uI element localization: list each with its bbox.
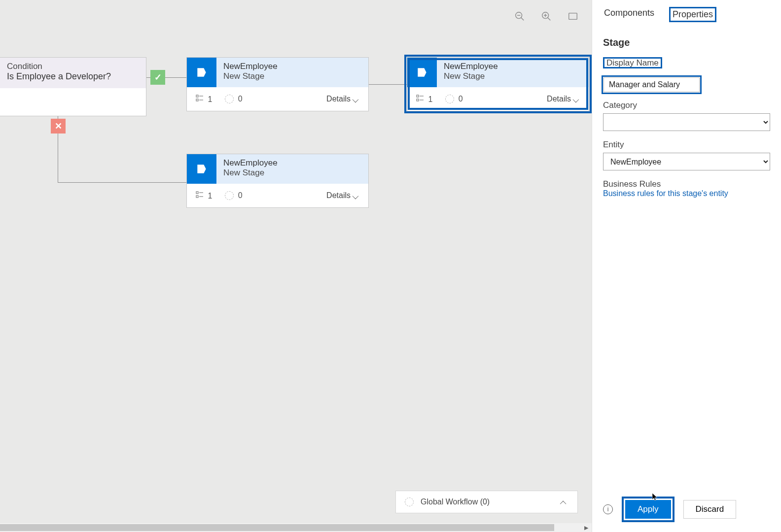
panel-tabs: Components Properties [592,0,781,26]
stage-name-label: New Stage [223,168,361,178]
condition-node[interactable]: Condition Is Employee a Developer? [0,57,146,116]
svg-rect-17 [196,196,198,198]
stage-body: 1 0 Details [187,184,368,207]
steps-count: 1 [196,191,212,200]
entity-select[interactable]: NewEmployee [603,153,770,170]
apply-button[interactable]: Apply [625,500,671,519]
stage-details-toggle[interactable]: Details [326,191,359,200]
horizontal-scrollbar[interactable]: ▶ [0,523,592,532]
section-title: Stage [603,37,770,48]
chevron-down-icon [353,192,359,199]
business-rules-link[interactable]: Business rules for this stage's entity [603,189,770,198]
stage-body: 1 0 Details [407,87,589,111]
global-workflow-label: Global Workflow (0) [421,498,490,506]
stage-entity-label: NewEmployee [223,158,361,168]
svg-rect-16 [196,192,198,194]
scrollbar-right-arrow[interactable]: ▶ [583,523,590,532]
stage-flag-icon [407,58,437,87]
stage-name-label: New Stage [444,71,582,81]
stage-entity-label: NewEmployee [444,62,582,71]
entity-label: Entity [603,140,770,150]
stage-node[interactable]: NewEmployee New Stage 1 0 Details [186,57,369,111]
tab-components[interactable]: Components [602,7,656,22]
steps-icon [196,191,204,199]
panel-footer: i Apply Discard [592,497,781,522]
apply-highlight: Apply [622,497,674,522]
stage-details-toggle[interactable]: Details [547,95,580,103]
stage-header: NewEmployee New Stage [407,58,589,87]
branch-no-icon [51,119,66,133]
stage-flag-icon [187,154,216,184]
canvas-tools [513,10,579,23]
display-name-input[interactable] [604,77,700,92]
stage-details-toggle[interactable]: Details [326,95,359,103]
category-select[interactable] [603,113,770,131]
trigger-icon [445,95,454,103]
condition-header: Condition Is Employee a Developer? [0,58,146,88]
condition-text: Is Employee a Developer? [7,71,139,82]
details-label: Details [547,95,571,103]
stage-entity-label: NewEmployee [223,62,361,71]
branch-yes-icon [150,70,165,85]
condition-type-label: Condition [7,62,139,71]
svg-rect-13 [417,99,419,101]
svg-line-1 [521,18,524,21]
svg-line-4 [548,18,551,21]
info-icon[interactable]: i [603,504,613,514]
tab-properties[interactable]: Properties [669,7,716,22]
triggers-count: 0 [225,95,242,104]
steps-count: 1 [196,94,212,104]
connector-line [369,84,408,85]
designer-canvas[interactable]: Condition Is Employee a Developer? NewEm… [0,0,592,532]
chevron-down-icon [573,96,580,102]
fit-to-screen-icon[interactable] [567,10,579,23]
zoom-out-icon[interactable] [513,10,526,23]
steps-icon [196,94,204,102]
stage-flag-icon [187,58,216,87]
steps-icon [416,94,424,102]
triggers-count: 0 [225,191,242,200]
connector-line [165,77,186,78]
chevron-up-icon [562,499,568,505]
svg-rect-12 [417,95,419,97]
category-label: Category [603,100,770,110]
stage-header: NewEmployee New Stage [187,154,368,184]
zoom-in-icon[interactable] [540,10,553,23]
business-rules-heading: Business Rules [603,179,770,189]
scrollbar-thumb[interactable] [0,524,554,531]
display-name-label: Display Name [606,58,659,68]
trigger-icon [225,191,234,200]
workflow-icon [405,498,414,506]
properties-panel: Components Properties Stage Display Name… [592,0,781,532]
trigger-icon [225,95,234,103]
triggers-count: 0 [445,95,462,104]
discard-button[interactable]: Discard [683,500,737,519]
svg-rect-9 [196,99,198,101]
svg-rect-8 [196,95,198,97]
global-workflow-bar[interactable]: Global Workflow (0) [395,491,578,513]
details-label: Details [326,95,351,103]
connector-line [58,182,186,183]
steps-count: 1 [416,94,432,104]
svg-rect-7 [569,13,577,20]
chevron-down-icon [353,96,359,102]
stage-body: 1 0 Details [187,87,368,111]
stage-header: NewEmployee New Stage [187,58,368,87]
stage-node[interactable]: NewEmployee New Stage 1 0 Details [186,154,369,208]
details-label: Details [326,191,351,200]
cursor-icon [651,493,658,501]
stage-node-selected[interactable]: NewEmployee New Stage 1 0 Details [407,57,589,111]
stage-name-label: New Stage [223,71,361,81]
